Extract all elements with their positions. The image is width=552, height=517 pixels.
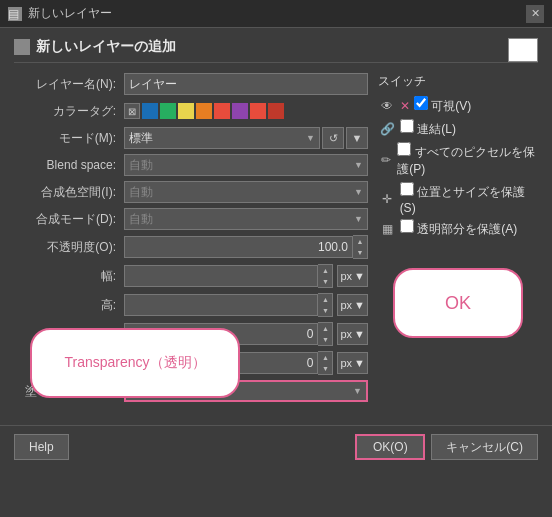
- height-spinbox: ▲ ▼: [124, 293, 333, 317]
- height-label: 高:: [14, 297, 124, 314]
- width-row: 幅: ▲ ▼ px ▼: [14, 264, 368, 288]
- app-icon: ▤: [8, 7, 22, 21]
- switch-item-visible: 👁 ✕ 可視(V): [378, 96, 538, 115]
- blend-space-control: 自動 ▼: [124, 154, 368, 176]
- refresh-icon: ↺: [329, 132, 338, 145]
- title-bar-text: 新しいレイヤー: [28, 5, 112, 22]
- color-swatch-7[interactable]: [268, 103, 284, 119]
- opacity-row: 不透明度(O): ▲ ▼: [14, 235, 368, 259]
- fill-color-dropdown[interactable]: Transparency ▼: [124, 380, 368, 402]
- dialog: 新しいレイヤーの追加 レイヤー名(N): カラータグ: ⊠: [0, 28, 552, 417]
- bubble-ok-text: OK: [445, 293, 471, 314]
- color-swatch-6[interactable]: [250, 103, 266, 119]
- layer-name-row: レイヤー名(N):: [14, 73, 368, 95]
- cancel-button[interactable]: キャンセル(C): [431, 434, 538, 460]
- footer: Help OK(O) キャンセル(C): [0, 425, 552, 468]
- height-input[interactable]: [124, 294, 318, 316]
- offset-x-control: ▲ ▼ px ▼: [124, 322, 368, 346]
- height-down-button[interactable]: ▼: [318, 305, 332, 316]
- height-unit-dropdown[interactable]: px ▼: [337, 294, 368, 316]
- offset-x-unit-value: px: [340, 328, 352, 340]
- ok-button[interactable]: OK(O): [355, 434, 425, 460]
- switch-checkbox-visible[interactable]: [414, 96, 428, 110]
- offset-x-row: オフセット X: ▲ ▼ px ▼: [14, 322, 368, 346]
- switch-checkbox-protect-pos[interactable]: [400, 182, 414, 196]
- dialog-title-icon: [14, 39, 30, 55]
- white-swatch: [508, 38, 538, 62]
- color-tags: ⊠: [124, 103, 368, 119]
- color-swatch-2[interactable]: [178, 103, 194, 119]
- offset-y-wh-row: ▲ ▼ px ▼: [124, 351, 368, 375]
- switch-text-link: 連結(L): [417, 122, 456, 136]
- composite-mode-value: 自動: [129, 211, 153, 228]
- switch-checkbox-link[interactable]: [400, 119, 414, 133]
- composite-color-arrow: ▼: [354, 187, 363, 197]
- mode-extra-button[interactable]: ▼: [346, 127, 368, 149]
- switch-label-visible: 可視(V): [414, 96, 471, 115]
- close-button[interactable]: ✕: [526, 5, 544, 23]
- eye-icon: 👁: [378, 97, 396, 115]
- composite-mode-row: 合成モード(D): 自動 ▼: [14, 208, 368, 230]
- visible-x-mark: ✕: [400, 99, 410, 113]
- switch-label-link: 連結(L): [400, 119, 456, 138]
- color-swatch-3[interactable]: [196, 103, 212, 119]
- width-down-button[interactable]: ▼: [318, 276, 332, 287]
- pencil-icon: ✏: [378, 151, 393, 169]
- width-input[interactable]: [124, 265, 318, 287]
- switch-item-protect-pos: ✛ 位置とサイズを保護(S): [378, 182, 538, 215]
- color-swatch-5[interactable]: [232, 103, 248, 119]
- blend-space-dropdown[interactable]: 自動 ▼: [124, 154, 368, 176]
- layer-name-control: [124, 73, 368, 95]
- layer-name-input[interactable]: [124, 73, 368, 95]
- offset-y-row: オフセット Y: ▲ ▼ px ▼: [14, 351, 368, 375]
- composite-mode-control: 自動 ▼: [124, 208, 368, 230]
- composite-color-dropdown[interactable]: 自動 ▼: [124, 181, 368, 203]
- switch-item-protect-alpha: ▦ 透明部分を保護(A): [378, 219, 538, 238]
- opacity-up-button[interactable]: ▲: [353, 236, 367, 247]
- offset-x-input[interactable]: [124, 323, 318, 345]
- offset-y-input[interactable]: [124, 352, 318, 374]
- opacity-control: ▲ ▼: [124, 235, 368, 259]
- switch-text-visible: 可視(V): [431, 99, 471, 113]
- alpha-icon: ▦: [378, 220, 396, 238]
- offset-x-down-button[interactable]: ▼: [318, 334, 332, 345]
- color-swatch-1[interactable]: [160, 103, 176, 119]
- switch-checkbox-protect-pixels[interactable]: [397, 142, 411, 156]
- bubble-right-container: OK: [378, 268, 538, 338]
- opacity-down-button[interactable]: ▼: [353, 247, 367, 258]
- switch-item-protect-pixels: ✏ すべてのピクセルを保護(P): [378, 142, 538, 178]
- offset-x-label: オフセット X:: [14, 326, 124, 343]
- width-up-button[interactable]: ▲: [318, 265, 332, 276]
- blend-space-row: Blend space: 自動 ▼: [14, 154, 368, 176]
- offset-x-wh-row: ▲ ▼ px ▼: [124, 322, 368, 346]
- width-unit-dropdown[interactable]: px ▼: [337, 265, 368, 287]
- help-button[interactable]: Help: [14, 434, 69, 460]
- height-unit-value: px: [340, 299, 352, 311]
- height-up-button[interactable]: ▲: [318, 294, 332, 305]
- opacity-input[interactable]: [124, 236, 353, 258]
- composite-mode-dropdown[interactable]: 自動 ▼: [124, 208, 368, 230]
- switch-text-protect-alpha: 透明部分を保護(A): [417, 222, 517, 236]
- mode-control: 標準 ▼ ↺ ▼: [124, 127, 368, 149]
- footer-right: OK(O) キャンセル(C): [355, 434, 538, 460]
- offset-y-control: ▲ ▼ px ▼: [124, 351, 368, 375]
- mode-dropdown[interactable]: 標準 ▼: [124, 127, 320, 149]
- composite-color-value: 自動: [129, 184, 153, 201]
- color-swatch-0[interactable]: [142, 103, 158, 119]
- offset-y-unit-dropdown[interactable]: px ▼: [337, 352, 368, 374]
- mode-label: モード(M):: [14, 130, 124, 147]
- offset-x-up-button[interactable]: ▲: [318, 323, 332, 334]
- mode-value: 標準: [129, 130, 153, 147]
- mode-row: モード(M): 標準 ▼ ↺ ▼: [14, 127, 368, 149]
- switch-checkbox-protect-alpha[interactable]: [400, 219, 414, 233]
- offset-x-unit-dropdown[interactable]: px ▼: [337, 323, 368, 345]
- height-unit-arrow: ▼: [354, 299, 365, 311]
- offset-x-unit-arrow: ▼: [354, 328, 365, 340]
- height-row: 高: ▲ ▼ px ▼: [14, 293, 368, 317]
- mode-refresh-button[interactable]: ↺: [322, 127, 344, 149]
- offset-y-down-button[interactable]: ▼: [318, 363, 332, 374]
- offset-y-up-button[interactable]: ▲: [318, 352, 332, 363]
- dialog-title: 新しいレイヤーの追加: [14, 38, 538, 63]
- color-swatch-4[interactable]: [214, 103, 230, 119]
- color-tag-x[interactable]: ⊠: [124, 103, 140, 119]
